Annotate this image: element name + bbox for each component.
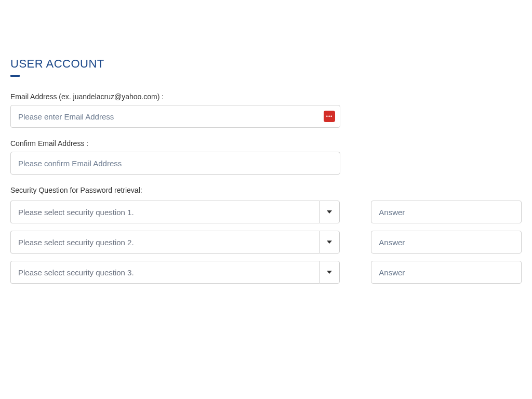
security-question-1-text: Please select security question 1. bbox=[10, 201, 319, 223]
security-question-row-2: Please select security question 2. bbox=[10, 231, 522, 254]
security-question-2-text: Please select security question 2. bbox=[10, 231, 319, 254]
confirm-email-input[interactable] bbox=[10, 152, 340, 175]
section-title: USER ACCOUNT bbox=[10, 57, 522, 71]
email-input[interactable] bbox=[10, 105, 340, 128]
password-manager-icon[interactable] bbox=[324, 111, 335, 122]
security-answer-1-input[interactable] bbox=[371, 201, 522, 223]
chevron-down-icon bbox=[327, 241, 332, 244]
security-question-2-caret[interactable] bbox=[319, 231, 340, 254]
title-underline bbox=[10, 75, 20, 77]
security-questions-group: Security Question for Password retrieval… bbox=[10, 186, 522, 284]
email-label: Email Address (ex. juandelacruz@yahoo.co… bbox=[10, 92, 522, 101]
security-question-1-select[interactable]: Please select security question 1. bbox=[10, 201, 340, 223]
security-answer-3-input[interactable] bbox=[371, 261, 522, 284]
security-question-3-select[interactable]: Please select security question 3. bbox=[10, 261, 340, 284]
security-questions-label: Security Question for Password retrieval… bbox=[10, 186, 522, 194]
security-question-3-caret[interactable] bbox=[319, 261, 340, 284]
confirm-email-label: Confirm Email Address : bbox=[10, 139, 522, 148]
chevron-down-icon bbox=[327, 210, 332, 214]
security-question-1-caret[interactable] bbox=[319, 201, 340, 223]
security-question-row-3: Please select security question 3. bbox=[10, 261, 522, 284]
security-answer-2-input[interactable] bbox=[371, 231, 522, 254]
email-input-wrapper bbox=[10, 105, 340, 128]
security-question-3-text: Please select security question 3. bbox=[10, 261, 319, 284]
security-question-2-select[interactable]: Please select security question 2. bbox=[10, 231, 340, 254]
email-field-group: Email Address (ex. juandelacruz@yahoo.co… bbox=[10, 92, 522, 128]
confirm-email-field-group: Confirm Email Address : bbox=[10, 139, 522, 175]
security-question-row-1: Please select security question 1. bbox=[10, 201, 522, 223]
user-account-form: USER ACCOUNT Email Address (ex. juandela… bbox=[10, 57, 522, 284]
chevron-down-icon bbox=[327, 271, 332, 274]
